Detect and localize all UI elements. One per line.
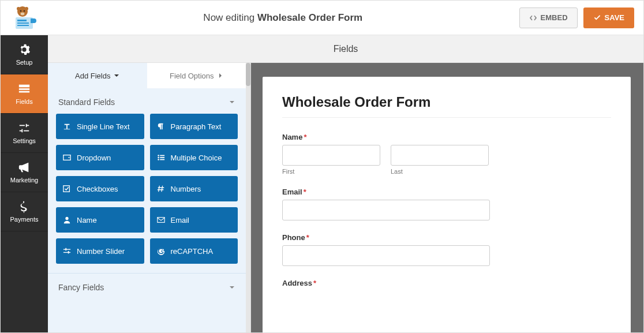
nav-label: Setup — [16, 59, 33, 66]
fields-panel: Add Fields Field Options Standard Fields — [48, 63, 251, 333]
svg-rect-16 — [160, 155, 164, 156]
dropdown-icon — [63, 154, 71, 162]
svg-rect-11 — [19, 88, 29, 90]
dollar-icon — [18, 200, 31, 213]
svg-rect-9 — [17, 25, 29, 26]
form-name: Wholesale Order Form — [257, 12, 362, 23]
last-name-input[interactable] — [391, 145, 489, 166]
group-label: Standard Fields — [58, 98, 115, 107]
now-editing-text: Now editing — [203, 12, 257, 23]
top-header: Now editing Wholesale Order Form EMBED S… — [1, 1, 643, 35]
field-btn-checkboxes[interactable]: Checkboxes — [56, 176, 144, 201]
logo — [8, 6, 47, 30]
checkbox-icon — [63, 185, 71, 193]
svg-point-4 — [24, 10, 25, 12]
nav-item-settings[interactable]: Settings — [1, 114, 48, 153]
field-btn-paragraph-text[interactable]: Paragraph Text — [150, 114, 238, 139]
field-btn-label: Dropdown — [77, 154, 111, 162]
chevron-down-icon — [114, 73, 119, 78]
required-asterisk: * — [304, 133, 306, 141]
field-btn-dropdown[interactable]: Dropdown — [56, 145, 144, 170]
save-button[interactable]: SAVE — [583, 8, 634, 28]
svg-rect-23 — [157, 218, 164, 223]
field-btn-label: Checkboxes — [77, 185, 118, 193]
svg-point-17 — [158, 157, 159, 159]
user-icon — [63, 216, 71, 224]
field-btn-single-line-text[interactable]: Single Line Text — [56, 114, 144, 139]
section-title: Fields — [334, 44, 358, 54]
last-sublabel: Last — [391, 168, 489, 175]
email-input[interactable] — [282, 200, 490, 220]
svg-rect-8 — [17, 23, 29, 24]
svg-rect-13 — [64, 129, 70, 129]
label-text: Name — [282, 133, 302, 141]
field-btn-label: reCAPTCHA — [171, 247, 214, 256]
form-icon — [18, 83, 31, 95]
editing-title: Now editing Wholesale Order Form — [47, 12, 519, 24]
field-btn-label: Name — [77, 216, 97, 225]
paragraph-icon — [157, 122, 165, 130]
svg-rect-7 — [17, 20, 27, 21]
header-actions: EMBED SAVE — [519, 8, 634, 28]
embed-label: EMBED — [541, 13, 568, 22]
first-sublabel: First — [282, 168, 380, 175]
field-btn-numbers[interactable]: Numbers — [150, 176, 238, 201]
tab-field-options[interactable]: Field Options — [147, 63, 246, 88]
field-btn-label: Multiple Choice — [171, 154, 222, 162]
chevron-right-icon — [218, 73, 223, 78]
embed-button[interactable]: EMBED — [519, 8, 578, 28]
nav-item-setup[interactable]: Setup — [1, 35, 48, 74]
bullhorn-icon — [18, 161, 31, 174]
group-standard-fields[interactable]: Standard Fields — [48, 88, 246, 114]
svg-point-1 — [17, 7, 20, 10]
scrollbar[interactable] — [246, 63, 250, 333]
field-btn-email[interactable]: Email — [150, 207, 238, 233]
required-asterisk: * — [306, 233, 309, 242]
field-btn-multiple-choice[interactable]: Multiple Choice — [150, 145, 238, 170]
chevron-down-icon — [229, 99, 235, 106]
tab-label: Field Options — [170, 72, 214, 80]
content: Fields Add Fields Field Options — [48, 35, 643, 333]
field-btn-number-slider[interactable]: Number Slider — [56, 238, 144, 264]
section-heading: Fields — [48, 35, 643, 63]
nav-item-marketing[interactable]: Marketing — [1, 153, 48, 192]
logo-icon — [8, 6, 38, 30]
field-btn-label: Number Slider — [77, 247, 125, 256]
group-label: Fancy Fields — [58, 283, 104, 292]
first-name-input[interactable] — [282, 145, 380, 166]
field-btn-recaptcha[interactable]: reCAPTCHA — [150, 238, 238, 264]
svg-rect-10 — [19, 85, 29, 88]
nav-item-payments[interactable]: Payments — [1, 192, 48, 231]
svg-point-22 — [65, 217, 68, 220]
gear-icon — [18, 43, 31, 56]
list-icon — [157, 154, 165, 162]
svg-rect-21 — [63, 186, 70, 192]
field-btn-name[interactable]: Name — [56, 207, 144, 233]
field-btn-label: Email — [171, 216, 190, 225]
svg-rect-26 — [65, 248, 66, 250]
preview-card: Wholesale Order Form Name* First Last — [263, 77, 631, 333]
svg-rect-25 — [63, 252, 70, 253]
nav-item-fields[interactable]: Fields — [1, 74, 48, 114]
nav-label: Fields — [16, 98, 32, 105]
slider-icon — [63, 247, 71, 255]
svg-point-3 — [20, 10, 22, 12]
group-fancy-fields[interactable]: Fancy Fields — [48, 273, 246, 299]
envelope-icon — [157, 216, 165, 224]
divider — [282, 117, 611, 118]
svg-rect-24 — [63, 249, 70, 250]
address-label: Address* — [282, 279, 611, 287]
preview-wrap: Wholesale Order Form Name* First Last — [251, 63, 643, 333]
label-text: Address — [282, 279, 312, 287]
google-icon — [157, 247, 165, 255]
hash-icon — [157, 185, 165, 193]
nav-label: Marketing — [10, 177, 38, 184]
form-title: Wholesale Order Form — [282, 94, 611, 110]
field-btn-label: Single Line Text — [77, 122, 130, 131]
scrollbar-thumb[interactable] — [246, 63, 250, 86]
phone-input[interactable] — [282, 245, 490, 266]
tab-add-fields[interactable]: Add Fields — [48, 63, 147, 88]
form-row-phone: Phone* — [282, 233, 611, 266]
field-grid: Single Line Text Paragraph Text Dropdown — [48, 114, 246, 272]
main: Setup Fields Settings Marketing Payments… — [1, 35, 643, 333]
